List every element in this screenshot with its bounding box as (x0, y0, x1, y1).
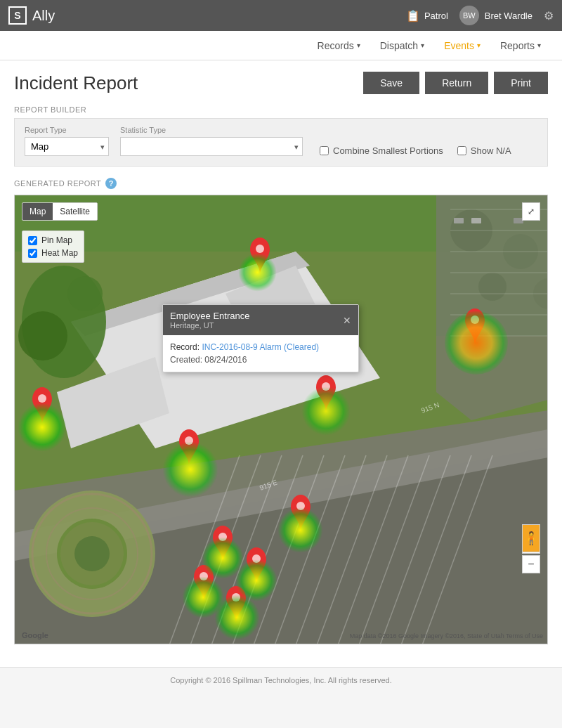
avatar-initials: BW (463, 11, 476, 20)
street-view-button[interactable]: 🧍 (522, 524, 540, 552)
popup-record-link[interactable]: INC-2016-08-9 Alarm (Cleared) (202, 342, 319, 352)
heat-glow-1 (18, 403, 67, 452)
return-button[interactable]: Return (425, 72, 488, 94)
patrol-button[interactable]: 📋 Patrol (406, 9, 448, 22)
map-data-attribution: Map data ©2016 Google Imagery ©2016, Sta… (350, 632, 543, 639)
nav-dispatch-arrow: ▾ (421, 41, 424, 49)
help-icon[interactable]: ? (105, 178, 117, 189)
svg-point-16 (74, 536, 110, 571)
nav-item-records[interactable]: Records ▾ (308, 31, 370, 60)
generated-text: GENERATED REPORT (14, 179, 101, 188)
popup-created: Created: 08/24/2016 (170, 355, 351, 365)
zoom-out-button[interactable]: − (522, 555, 540, 573)
map-type-satellite-button[interactable]: Satellite (53, 203, 97, 220)
map-container[interactable]: 915 E 915 N (14, 195, 548, 644)
statistic-type-select[interactable] (120, 137, 303, 156)
checkboxes-row: Combine Smallest Portions Show N/A (320, 145, 511, 156)
statistic-type-label: Statistic Type (120, 126, 303, 134)
heat-map-layer[interactable]: Heat Map (28, 248, 78, 258)
svg-rect-45 (471, 218, 481, 223)
heat-map-checkbox[interactable] (28, 249, 37, 258)
pin-map-layer[interactable]: Pin Map (28, 235, 78, 245)
generated-section: GENERATED REPORT ? (14, 178, 548, 644)
heat-glow-2 (162, 441, 218, 498)
report-type-select[interactable]: Map (25, 137, 109, 156)
report-type-field: Report Type Map (25, 126, 109, 156)
map-popup: Employee Entrance Heritage, UT ✕ Record:… (162, 304, 359, 372)
svg-marker-36 (436, 195, 547, 420)
logo-area: S Ally (8, 6, 406, 25)
save-button[interactable]: Save (363, 72, 419, 94)
user-button[interactable]: BW Bret Wardle (459, 6, 532, 25)
map-type-control: Map Satellite (22, 202, 98, 221)
generated-label: GENERATED REPORT ? (14, 178, 548, 189)
svg-point-9 (18, 311, 67, 360)
popup-close-button[interactable]: ✕ (343, 315, 351, 326)
popup-body: Record: INC-2016-08-9 Alarm (Cleared) Cr… (163, 335, 358, 372)
popup-title-area: Employee Entrance Heritage, UT (170, 311, 249, 330)
heat-glow-6 (277, 507, 323, 553)
combine-checkbox-item[interactable]: Combine Smallest Portions (320, 145, 443, 156)
pin-map-checkbox[interactable] (28, 236, 37, 245)
heat-glow-10 (214, 594, 260, 640)
nav-records-label: Records (318, 40, 354, 51)
nav-reports-label: Reports (500, 40, 535, 51)
heat-glow-5 (238, 253, 277, 292)
combine-checkbox[interactable] (320, 146, 329, 155)
patrol-label: Patrol (424, 11, 448, 21)
fullscreen-button[interactable]: ⤢ (522, 202, 540, 221)
gear-icon[interactable]: ⚙ (544, 9, 554, 22)
show-na-checkbox-item[interactable]: Show N/A (457, 145, 511, 156)
user-avatar: BW (459, 6, 479, 25)
nav-item-events[interactable]: Events ▾ (434, 31, 490, 60)
popup-record-label: Record: (170, 342, 200, 352)
nav-events-label: Events (444, 40, 474, 51)
top-actions: 📋 Patrol BW Bret Wardle ⚙ (406, 6, 554, 25)
popup-subtitle: Heritage, UT (170, 321, 249, 330)
nav-item-reports[interactable]: Reports ▾ (490, 31, 551, 60)
statistic-type-select-wrapper (120, 137, 303, 156)
app-name: Ally (32, 8, 55, 24)
footer-text: Copyright © 2016 Spillman Technologies, … (170, 676, 391, 684)
page-title: Incident Report (14, 72, 138, 94)
google-attribution: Google (22, 631, 48, 639)
svg-point-10 (67, 276, 103, 311)
map-type-map-button[interactable]: Map (22, 203, 53, 220)
map-svg: 915 E 915 N (15, 195, 547, 644)
header-actions: Save Return Print (363, 72, 548, 94)
heat-glow-3 (301, 386, 351, 436)
show-na-checkbox[interactable] (457, 146, 466, 155)
top-bar: S Ally 📋 Patrol BW Bret Wardle ⚙ (0, 0, 562, 31)
logo-letter: S (14, 10, 20, 21)
nav-bar: Records ▾ Dispatch ▾ Events ▾ Reports ▾ (0, 31, 562, 60)
nav-reports-arrow: ▾ (537, 41, 541, 49)
nav-records-arrow: ▾ (357, 41, 360, 49)
show-na-label: Show N/A (471, 145, 511, 156)
main-content: Incident Report Save Return Print REPORT… (0, 60, 562, 667)
popup-record-row: Record: INC-2016-08-9 Alarm (Cleared) (170, 342, 351, 352)
popup-title: Employee Entrance (170, 311, 249, 321)
pin-map-label: Pin Map (41, 235, 72, 245)
builder-row: Report Type Map Statistic Type (25, 126, 537, 156)
print-button[interactable]: Print (494, 72, 548, 94)
svg-rect-44 (454, 218, 464, 223)
report-type-select-wrapper: Map (25, 137, 109, 156)
page-header: Incident Report Save Return Print (14, 72, 548, 94)
report-builder-panel: Report Type Map Statistic Type (14, 118, 548, 167)
combine-label: Combine Smallest Portions (333, 145, 443, 156)
heat-map-label: Heat Map (41, 248, 78, 258)
map-layer-control: Pin Map Heat Map (22, 230, 84, 263)
nav-item-dispatch[interactable]: Dispatch ▾ (370, 31, 434, 60)
nav-dispatch-label: Dispatch (380, 40, 418, 51)
document-icon: 📋 (406, 9, 420, 22)
logo-box: S (8, 6, 27, 25)
statistic-type-field: Statistic Type (120, 126, 303, 156)
nav-events-arrow: ▾ (477, 41, 481, 49)
heat-glow-4 (445, 311, 508, 375)
page-footer: Copyright © 2016 Spillman Technologies, … (0, 667, 562, 693)
user-name: Bret Wardle (485, 11, 532, 21)
popup-header: Employee Entrance Heritage, UT ✕ (163, 305, 358, 335)
report-builder-label: REPORT BUILDER (14, 105, 548, 114)
report-type-label: Report Type (25, 126, 109, 134)
